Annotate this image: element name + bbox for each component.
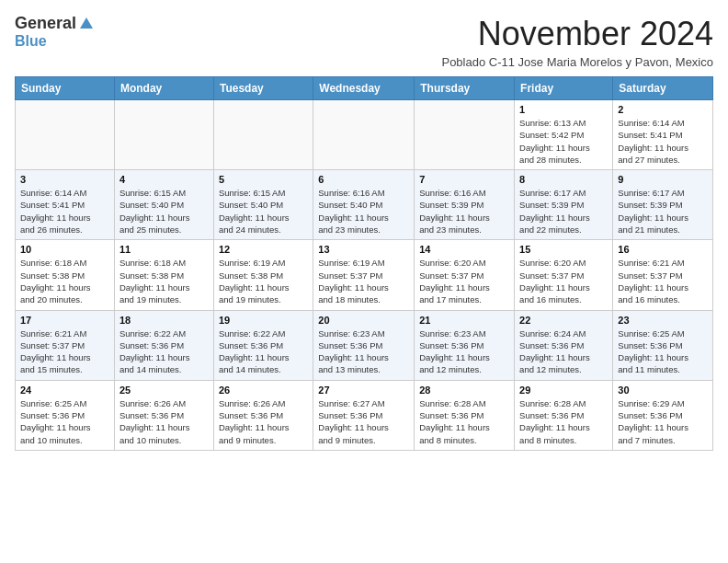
day-info: Sunrise: 6:15 AM Sunset: 5:40 PM Dayligh…	[219, 187, 308, 236]
day-info: Sunrise: 6:17 AM Sunset: 5:39 PM Dayligh…	[519, 187, 608, 236]
day-number: 5	[219, 174, 308, 185]
day-info: Sunrise: 6:26 AM Sunset: 5:36 PM Dayligh…	[119, 397, 209, 446]
day-info: Sunrise: 6:25 AM Sunset: 5:36 PM Dayligh…	[20, 397, 109, 446]
svg-marker-0	[80, 17, 93, 29]
calendar-cell: 16Sunrise: 6:21 AM Sunset: 5:37 PM Dayli…	[613, 240, 713, 310]
weekday-header-sunday: Sunday	[16, 77, 115, 100]
day-number: 6	[318, 174, 409, 185]
calendar-cell: 24Sunrise: 6:25 AM Sunset: 5:36 PM Dayli…	[16, 380, 115, 450]
day-number: 26	[219, 385, 308, 396]
calendar-cell: 1Sunrise: 6:13 AM Sunset: 5:42 PM Daylig…	[515, 100, 613, 170]
logo: General Blue	[15, 15, 95, 49]
logo-text-general: General	[15, 15, 76, 33]
day-number: 24	[20, 385, 109, 396]
calendar-cell: 18Sunrise: 6:22 AM Sunset: 5:36 PM Dayli…	[114, 310, 213, 380]
title-block: November 2024 Poblado C-11 Jose Maria Mo…	[441, 15, 713, 69]
day-info: Sunrise: 6:24 AM Sunset: 5:36 PM Dayligh…	[519, 327, 608, 376]
day-number: 14	[419, 244, 509, 255]
day-number: 3	[20, 174, 109, 185]
calendar-cell: 27Sunrise: 6:27 AM Sunset: 5:36 PM Dayli…	[313, 380, 415, 450]
day-info: Sunrise: 6:18 AM Sunset: 5:38 PM Dayligh…	[20, 257, 109, 305]
location-subtitle: Poblado C-11 Jose Maria Morelos y Pavon,…	[441, 55, 713, 69]
calendar-cell: 28Sunrise: 6:28 AM Sunset: 5:36 PM Dayli…	[415, 380, 515, 450]
day-info: Sunrise: 6:21 AM Sunset: 5:37 PM Dayligh…	[20, 327, 109, 376]
day-info: Sunrise: 6:20 AM Sunset: 5:37 PM Dayligh…	[519, 257, 608, 305]
weekday-header-tuesday: Tuesday	[213, 77, 313, 100]
day-number: 16	[618, 244, 708, 255]
calendar-cell: 20Sunrise: 6:23 AM Sunset: 5:36 PM Dayli…	[313, 310, 415, 380]
page-header: General Blue November 2024 Poblado C-11 …	[15, 15, 713, 69]
calendar-cell: 23Sunrise: 6:25 AM Sunset: 5:36 PM Dayli…	[613, 310, 713, 380]
calendar-header-row: SundayMondayTuesdayWednesdayThursdayFrid…	[16, 77, 713, 100]
calendar-cell: 25Sunrise: 6:26 AM Sunset: 5:36 PM Dayli…	[114, 380, 213, 450]
day-info: Sunrise: 6:17 AM Sunset: 5:39 PM Dayligh…	[618, 187, 708, 236]
day-number: 30	[618, 385, 708, 396]
calendar-cell: 7Sunrise: 6:16 AM Sunset: 5:39 PM Daylig…	[415, 170, 515, 240]
day-number: 2	[618, 104, 708, 115]
calendar-week-3: 10Sunrise: 6:18 AM Sunset: 5:38 PM Dayli…	[16, 240, 713, 310]
day-info: Sunrise: 6:29 AM Sunset: 5:36 PM Dayligh…	[618, 397, 708, 446]
calendar-cell: 26Sunrise: 6:26 AM Sunset: 5:36 PM Dayli…	[213, 380, 313, 450]
calendar-cell: 30Sunrise: 6:29 AM Sunset: 5:36 PM Dayli…	[613, 380, 713, 450]
calendar-cell: 22Sunrise: 6:24 AM Sunset: 5:36 PM Dayli…	[515, 310, 613, 380]
calendar-cell: 17Sunrise: 6:21 AM Sunset: 5:37 PM Dayli…	[16, 310, 115, 380]
day-number: 29	[519, 385, 608, 396]
weekday-header-saturday: Saturday	[613, 77, 713, 100]
calendar-cell: 9Sunrise: 6:17 AM Sunset: 5:39 PM Daylig…	[613, 170, 713, 240]
day-info: Sunrise: 6:14 AM Sunset: 5:41 PM Dayligh…	[618, 117, 708, 166]
day-number: 11	[119, 244, 209, 255]
calendar-table: SundayMondayTuesdayWednesdayThursdayFrid…	[15, 76, 713, 451]
day-info: Sunrise: 6:16 AM Sunset: 5:40 PM Dayligh…	[318, 187, 409, 236]
weekday-header-wednesday: Wednesday	[313, 77, 415, 100]
day-info: Sunrise: 6:27 AM Sunset: 5:36 PM Dayligh…	[318, 397, 409, 446]
logo-icon	[78, 16, 95, 32]
logo-text-blue: Blue	[15, 33, 47, 50]
weekday-header-monday: Monday	[114, 77, 213, 100]
day-info: Sunrise: 6:18 AM Sunset: 5:38 PM Dayligh…	[119, 257, 209, 305]
day-number: 25	[119, 385, 209, 396]
calendar-cell: 19Sunrise: 6:22 AM Sunset: 5:36 PM Dayli…	[213, 310, 313, 380]
calendar-cell: 3Sunrise: 6:14 AM Sunset: 5:41 PM Daylig…	[16, 170, 115, 240]
calendar-cell	[313, 100, 415, 170]
day-number: 17	[20, 315, 109, 326]
day-info: Sunrise: 6:15 AM Sunset: 5:40 PM Dayligh…	[119, 187, 209, 236]
day-number: 18	[119, 315, 209, 326]
day-info: Sunrise: 6:16 AM Sunset: 5:39 PM Dayligh…	[419, 187, 509, 236]
calendar-week-5: 24Sunrise: 6:25 AM Sunset: 5:36 PM Dayli…	[16, 380, 713, 450]
calendar-cell	[16, 100, 115, 170]
day-info: Sunrise: 6:21 AM Sunset: 5:37 PM Dayligh…	[618, 257, 708, 305]
calendar-cell: 21Sunrise: 6:23 AM Sunset: 5:36 PM Dayli…	[415, 310, 515, 380]
calendar-cell: 4Sunrise: 6:15 AM Sunset: 5:40 PM Daylig…	[114, 170, 213, 240]
calendar-cell: 12Sunrise: 6:19 AM Sunset: 5:38 PM Dayli…	[213, 240, 313, 310]
calendar-cell	[213, 100, 313, 170]
day-number: 21	[419, 315, 509, 326]
calendar-body: 1Sunrise: 6:13 AM Sunset: 5:42 PM Daylig…	[16, 100, 713, 451]
calendar-cell: 8Sunrise: 6:17 AM Sunset: 5:39 PM Daylig…	[515, 170, 613, 240]
calendar-cell: 6Sunrise: 6:16 AM Sunset: 5:40 PM Daylig…	[313, 170, 415, 240]
calendar-week-4: 17Sunrise: 6:21 AM Sunset: 5:37 PM Dayli…	[16, 310, 713, 380]
day-info: Sunrise: 6:22 AM Sunset: 5:36 PM Dayligh…	[119, 327, 209, 376]
day-number: 10	[20, 244, 109, 255]
calendar-cell: 5Sunrise: 6:15 AM Sunset: 5:40 PM Daylig…	[213, 170, 313, 240]
calendar-week-1: 1Sunrise: 6:13 AM Sunset: 5:42 PM Daylig…	[16, 100, 713, 170]
calendar-cell: 13Sunrise: 6:19 AM Sunset: 5:37 PM Dayli…	[313, 240, 415, 310]
weekday-header-thursday: Thursday	[415, 77, 515, 100]
day-number: 19	[219, 315, 308, 326]
day-info: Sunrise: 6:23 AM Sunset: 5:36 PM Dayligh…	[318, 327, 409, 376]
day-number: 1	[519, 104, 608, 115]
day-info: Sunrise: 6:14 AM Sunset: 5:41 PM Dayligh…	[20, 187, 109, 236]
day-info: Sunrise: 6:22 AM Sunset: 5:36 PM Dayligh…	[219, 327, 308, 376]
day-number: 20	[318, 315, 409, 326]
day-number: 27	[318, 385, 409, 396]
day-number: 12	[219, 244, 308, 255]
calendar-cell: 29Sunrise: 6:28 AM Sunset: 5:36 PM Dayli…	[515, 380, 613, 450]
month-title: November 2024	[441, 15, 713, 53]
day-number: 23	[618, 315, 708, 326]
calendar-cell: 2Sunrise: 6:14 AM Sunset: 5:41 PM Daylig…	[613, 100, 713, 170]
day-info: Sunrise: 6:28 AM Sunset: 5:36 PM Dayligh…	[519, 397, 608, 446]
day-number: 22	[519, 315, 608, 326]
calendar-cell: 11Sunrise: 6:18 AM Sunset: 5:38 PM Dayli…	[114, 240, 213, 310]
day-info: Sunrise: 6:23 AM Sunset: 5:36 PM Dayligh…	[419, 327, 509, 376]
day-info: Sunrise: 6:28 AM Sunset: 5:36 PM Dayligh…	[419, 397, 509, 446]
weekday-header-friday: Friday	[515, 77, 613, 100]
